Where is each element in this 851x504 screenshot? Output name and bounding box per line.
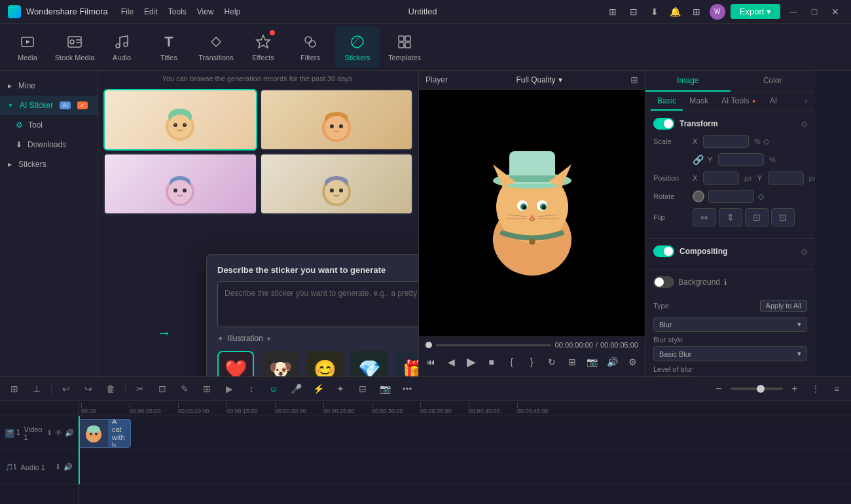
- menu-tools[interactable]: Tools: [168, 7, 187, 16]
- ai-prompt-area[interactable]: Describe the sticker you want to generat…: [217, 281, 419, 327]
- toolbar-titles[interactable]: T Titles: [147, 26, 191, 68]
- rotate-input[interactable]: 0.00°: [708, 190, 754, 203]
- audio-mute-icon[interactable]: 🔊: [63, 463, 73, 471]
- tl-grid-button[interactable]: ⊞: [5, 380, 24, 398]
- loop-button[interactable]: ↻: [547, 354, 558, 370]
- toolbar-stock-media[interactable]: Stock Media: [52, 26, 97, 68]
- tl-ai2-button[interactable]: ✦: [331, 380, 350, 398]
- menu-edit[interactable]: Edit: [144, 7, 158, 16]
- tl-redo-button[interactable]: ↪: [79, 380, 98, 398]
- style-illustration[interactable]: ❤️ Illustration: [217, 351, 254, 376]
- scale-x-keyframe[interactable]: ◇: [763, 137, 769, 146]
- tl-speed-button[interactable]: ↕: [242, 380, 261, 398]
- taskbar-button[interactable]: ⊞: [605, 4, 621, 20]
- blur-style-select[interactable]: Basic Blur ▾: [653, 346, 807, 361]
- style-3d[interactable]: 🎁 3D: [395, 351, 419, 376]
- notification-button[interactable]: 🔔: [668, 4, 683, 20]
- stop-button[interactable]: ■: [486, 354, 497, 370]
- sidebar-item-ai-sticker[interactable]: ▼ AI Sticker AI ✓: [0, 96, 98, 115]
- minimize-button[interactable]: ─: [786, 4, 801, 20]
- crop-button[interactable]: ⊞: [566, 354, 577, 370]
- subtab-ai[interactable]: AI: [763, 92, 784, 111]
- sidebar-item-stickers[interactable]: ▶ Stickers: [0, 154, 98, 174]
- tl-more-button[interactable]: •••: [398, 380, 416, 398]
- toolbar-transitions[interactable]: Transitions: [194, 26, 238, 68]
- audio-track[interactable]: [79, 450, 851, 484]
- rotate-wheel[interactable]: [693, 190, 704, 202]
- style-sketch[interactable]: 🐶 Sketch: [262, 351, 299, 376]
- tl-delete-button[interactable]: 🗑: [101, 380, 120, 398]
- track-download-icon[interactable]: ⬇: [46, 429, 52, 437]
- menu-view[interactable]: View: [197, 7, 214, 16]
- tl-text-button[interactable]: ✎: [175, 380, 194, 398]
- tl-ai-button[interactable]: ⚡: [309, 380, 327, 398]
- toolbar-templates[interactable]: Templates: [382, 26, 427, 68]
- tab-image[interactable]: Image: [645, 71, 731, 92]
- menu-help[interactable]: Help: [225, 7, 241, 16]
- progress-track[interactable]: [436, 344, 551, 346]
- sticker-cell-2[interactable]: [260, 89, 414, 151]
- tl-mic-button[interactable]: 🎤: [287, 380, 305, 398]
- rotate-keyframe[interactable]: ◇: [758, 192, 764, 201]
- apps-button[interactable]: ⊞: [689, 4, 704, 20]
- bg-type-select[interactable]: Blur ▾: [653, 317, 807, 332]
- tab-color[interactable]: Color: [731, 71, 816, 92]
- style-crystal[interactable]: 💎 Crystal: [351, 351, 388, 376]
- track-eye-icon[interactable]: 👁: [55, 429, 62, 437]
- background-info-icon[interactable]: ℹ: [724, 278, 727, 287]
- flip-h-button[interactable]: ⇔: [693, 208, 716, 226]
- tl-magnet-button[interactable]: ⊥: [27, 380, 46, 398]
- sidebar-item-tool[interactable]: ⚙ Tool: [0, 115, 98, 135]
- user-avatar[interactable]: W: [710, 4, 725, 20]
- timeline-options-button[interactable]: ⋮: [806, 380, 825, 398]
- zoom-out-button[interactable]: −: [710, 380, 728, 398]
- skip-back-button[interactable]: ⏮: [426, 354, 437, 370]
- sticker-cell-1[interactable]: [103, 89, 257, 151]
- pos-y-input[interactable]: 0.00: [768, 171, 804, 185]
- pos-x-input[interactable]: 0.00: [703, 171, 739, 185]
- window-grid-button[interactable]: ⊟: [626, 4, 642, 20]
- tl-transition-button[interactable]: ⊟: [353, 380, 372, 398]
- tl-crop-button[interactable]: ⊡: [153, 380, 172, 398]
- tl-sticker-button[interactable]: ☺: [264, 380, 283, 398]
- sidebar-item-downloads[interactable]: ⬇ Downloads: [0, 135, 98, 154]
- preview-expand-button[interactable]: ⊞: [630, 75, 638, 85]
- toolbar-filters[interactable]: Filters: [288, 26, 333, 68]
- close-button[interactable]: ✕: [827, 4, 843, 20]
- audio-button[interactable]: 🔊: [607, 354, 618, 370]
- toolbar-audio[interactable]: Audio: [100, 26, 144, 68]
- tl-audio-button[interactable]: ▶: [220, 380, 238, 398]
- tl-screenshot-button[interactable]: 📷: [376, 380, 394, 398]
- menu-file[interactable]: File: [121, 7, 134, 16]
- video-clip[interactable]: A cat with h...: [79, 419, 131, 448]
- frame-back-button[interactable]: ◀: [446, 354, 457, 370]
- video-track[interactable]: A cat with h...: [79, 416, 851, 450]
- more-controls-button[interactable]: ⚙: [627, 354, 638, 370]
- scale-y-input[interactable]: 100.00: [718, 153, 764, 166]
- track-audio-icon[interactable]: 🔊: [65, 429, 74, 437]
- transform-toggle[interactable]: [653, 118, 674, 130]
- compositing-keyframe-icon[interactable]: ◇: [801, 247, 807, 256]
- tl-transform-button[interactable]: ⊞: [198, 380, 216, 398]
- tl-undo-button[interactable]: ↩: [57, 380, 75, 398]
- style-vector[interactable]: 😊 Vector: [306, 351, 343, 376]
- skip-forward-button[interactable]: }: [526, 354, 537, 370]
- subtab-mask[interactable]: Mask: [683, 92, 715, 111]
- toolbar-effects[interactable]: Effects: [241, 26, 285, 68]
- sticker-cell-4[interactable]: [260, 153, 414, 215]
- subtab-basic[interactable]: Basic: [651, 92, 683, 111]
- export-button[interactable]: Media Export ▾: [731, 4, 780, 19]
- compositing-toggle[interactable]: [653, 245, 674, 257]
- toolbar-stickers[interactable]: Stickers: [335, 26, 380, 68]
- sidebar-item-mine[interactable]: ▶ Mine: [0, 76, 98, 96]
- quality-select[interactable]: Full Quality ▾: [516, 75, 562, 84]
- download-button[interactable]: ⬇: [647, 4, 662, 20]
- maximize-button[interactable]: □: [806, 4, 822, 20]
- transform-keyframe-icon[interactable]: ◇: [801, 119, 807, 128]
- background-toggle[interactable]: [653, 276, 674, 288]
- toolbar-media[interactable]: Media: [5, 26, 50, 68]
- subtab-more-arrow[interactable]: ›: [802, 92, 810, 111]
- frame-forward-button[interactable]: {: [506, 354, 517, 370]
- sticker-cell-3[interactable]: [103, 153, 257, 215]
- play-button[interactable]: ▶: [466, 354, 477, 370]
